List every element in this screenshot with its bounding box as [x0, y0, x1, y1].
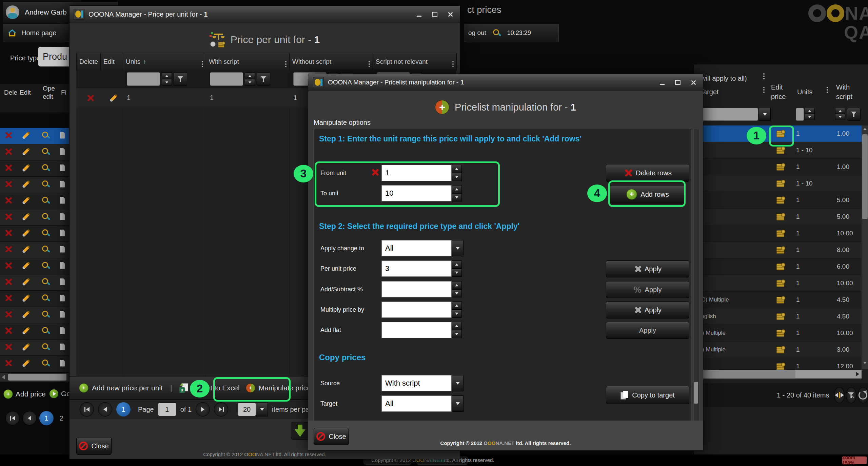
from-unit-spinner[interactable] [452, 165, 462, 181]
from-unit-input[interactable]: 1 [381, 165, 452, 181]
apply-multiply-button[interactable]: Apply [606, 302, 689, 318]
add-subtract-input[interactable] [381, 281, 452, 297]
target-select[interactable]: All [381, 395, 463, 412]
next-page-button[interactable] [196, 402, 210, 416]
edit-icon[interactable] [21, 277, 31, 287]
edit-icon[interactable] [21, 245, 31, 254]
price-row[interactable] [0, 242, 69, 258]
delete-icon[interactable] [4, 131, 12, 139]
first-page-button[interactable] [80, 402, 94, 416]
delete-rows-button[interactable]: Delete rows [606, 164, 689, 182]
dropdown-button[interactable] [452, 240, 463, 256]
page-number-input[interactable]: 1 [158, 403, 176, 416]
price-row[interactable] [0, 226, 69, 242]
file-icon[interactable] [60, 262, 65, 269]
source-select[interactable]: With script [381, 375, 463, 391]
open-edit-icon[interactable] [41, 163, 50, 172]
file-icon[interactable] [60, 213, 65, 220]
price-list-row[interactable]: 11.00 [694, 125, 862, 142]
items-per-page-select[interactable]: 20 [238, 403, 256, 416]
edit-price-icon[interactable] [776, 346, 785, 353]
price-list-row[interactable]: English14.50 [694, 308, 862, 325]
edit-icon[interactable] [21, 261, 31, 270]
edit-price-icon[interactable] [776, 313, 785, 320]
price-list-row[interactable]: 110.00 [694, 225, 862, 242]
multiply-spinner[interactable] [452, 302, 462, 318]
column-menu-icon[interactable] [763, 87, 765, 88]
edit-price-icon[interactable] [776, 163, 785, 171]
price-list-row[interactable]: (2) Multiple13.00 [694, 342, 862, 358]
price-row[interactable] [0, 356, 69, 372]
price-row[interactable] [0, 339, 69, 356]
column-menu-icon[interactable] [827, 87, 828, 88]
prev-page-button[interactable] [22, 411, 37, 425]
delete-icon[interactable] [86, 94, 95, 102]
multiply-input[interactable] [381, 302, 452, 318]
add-new-price-button[interactable]: Add new price per unit [92, 384, 163, 392]
close-window-button[interactable] [690, 79, 697, 86]
delete-icon[interactable] [4, 343, 12, 351]
right-v-scrollbar[interactable] [862, 125, 868, 369]
file-icon[interactable] [60, 360, 65, 367]
open-edit-icon[interactable] [41, 147, 50, 156]
with-script-filter-button[interactable] [847, 108, 861, 121]
window-titlebar[interactable]: OOONA Manager - Price per unit for - 1 [70, 6, 460, 23]
delete-icon[interactable] [4, 229, 12, 237]
edit-icon[interactable] [21, 310, 31, 319]
file-icon[interactable] [60, 148, 65, 155]
apply-per-unit-button[interactable]: Apply [606, 260, 689, 277]
file-icon[interactable] [60, 327, 65, 334]
price-row[interactable] [0, 274, 69, 291]
edit-price-icon[interactable] [776, 279, 785, 287]
units-filter-spinner[interactable] [805, 108, 815, 120]
left-h-scrollbar[interactable] [0, 373, 69, 382]
column-menu-icon[interactable] [369, 61, 370, 62]
delete-icon[interactable] [4, 278, 12, 286]
edit-price-icon[interactable] [776, 180, 785, 187]
edit-icon[interactable] [21, 179, 31, 189]
price-row[interactable] [0, 258, 69, 274]
edit-icon[interactable] [21, 131, 31, 140]
file-icon[interactable] [60, 344, 65, 350]
current-page[interactable]: 1 [116, 402, 131, 416]
price-row[interactable] [0, 128, 69, 144]
price-list-row[interactable]: 15.00 [694, 192, 862, 209]
file-icon[interactable] [60, 278, 65, 285]
current-page[interactable]: 1 [39, 411, 54, 425]
to-unit-input[interactable]: 10 [381, 185, 452, 201]
delete-icon[interactable] [4, 294, 12, 302]
delete-icon[interactable] [4, 148, 12, 156]
column-menu-icon[interactable] [202, 61, 203, 62]
add-price-button[interactable]: Add price [3, 389, 46, 399]
column-header-units[interactable]: Units [797, 88, 813, 96]
price-row[interactable] [0, 177, 69, 193]
close-window-button[interactable] [447, 11, 454, 18]
refresh-icon[interactable] [858, 387, 868, 403]
with-script-filter-spinner[interactable] [245, 73, 255, 85]
units-filter-button[interactable] [174, 72, 187, 86]
edit-price-icon[interactable] [776, 263, 785, 270]
edit-price-icon[interactable] [776, 296, 785, 304]
delete-icon[interactable] [4, 196, 12, 205]
edit-icon[interactable] [21, 147, 31, 156]
edit-price-icon[interactable] [776, 329, 785, 337]
first-page-button[interactable] [5, 411, 20, 425]
minimize-button[interactable] [659, 79, 666, 86]
delete-icon[interactable] [4, 359, 12, 367]
file-icon[interactable] [60, 295, 65, 302]
file-icon[interactable] [60, 181, 65, 188]
price-list-row[interactable]: 1 - 10 [694, 175, 862, 192]
price-row[interactable] [0, 160, 69, 177]
price-list-row[interactable]: (50) Multiple14.50 [694, 292, 862, 308]
with-script-filter-spinner[interactable] [835, 108, 845, 120]
dialog-titlebar[interactable]: OOONA Manager - Pricelist manipulation f… [308, 74, 703, 91]
add-rows-button[interactable]: Add rows [610, 185, 685, 203]
price-list-row[interactable]: 18.00 [694, 242, 862, 258]
delete-icon[interactable] [4, 310, 12, 318]
to-unit-spinner[interactable] [452, 185, 462, 201]
page-2-button[interactable]: 2 [56, 414, 63, 422]
file-icon[interactable] [60, 311, 65, 318]
file-icon[interactable] [60, 164, 65, 171]
units-filter-input[interactable] [796, 108, 804, 121]
open-edit-icon[interactable] [41, 310, 50, 319]
